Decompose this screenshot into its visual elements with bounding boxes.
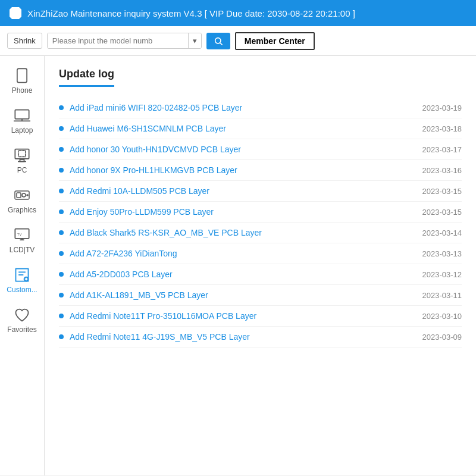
sidebar-item-laptop[interactable]: Laptop [0, 102, 44, 139]
log-date: 2023-03-15 [422, 187, 462, 196]
update-log-title: Update log [59, 68, 114, 87]
app-icon [10, 7, 21, 19]
svg-point-12 [22, 193, 26, 197]
app-title: XinZhiZao Maintenance inquiry system V4.… [27, 8, 355, 18]
log-item: Add Redmi 10A-LLDM505 PCB Layer 2023-03-… [59, 181, 462, 202]
log-date: 2023-03-14 [422, 228, 462, 237]
svg-rect-2 [17, 68, 27, 82]
title-bar: XinZhiZao Maintenance inquiry system V4.… [0, 0, 476, 26]
log-date: 2023-03-17 [422, 145, 462, 154]
log-item-left: Add Black Shark5 RS-KSR_AO_MB_VE PCB Lay… [59, 228, 262, 237]
log-link[interactable]: Add honor 9X Pro-HL1HLKMGVB PCB Layer [70, 165, 237, 175]
log-dot [59, 334, 64, 339]
log-item: Add A1K-AL1891_MB_V5 PCB Layer 2023-03-1… [59, 285, 462, 306]
log-date: 2023-03-13 [422, 249, 462, 258]
log-item: Add honor 9X Pro-HL1HLKMGVB PCB Layer 20… [59, 160, 462, 181]
search-bar: Shrink ▾ Member Center [0, 26, 476, 56]
svg-point-13 [27, 195, 28, 196]
log-item-left: Add iPad mini6 WIFI 820-02482-05 PCB Lay… [59, 103, 242, 112]
custom-icon [11, 266, 33, 284]
log-dot [59, 230, 64, 235]
log-link[interactable]: Add Redmi 10A-LLDM505 PCB Layer [70, 186, 209, 196]
lcdtv-icon: TV [11, 226, 33, 244]
search-input[interactable] [48, 33, 188, 48]
search-dropdown-button[interactable]: ▾ [188, 33, 201, 48]
log-link[interactable]: Add Enjoy 50Pro-LLDM599 PCB Layer [70, 207, 214, 217]
log-item-left: Add Enjoy 50Pro-LLDM599 PCB Layer [59, 207, 214, 217]
log-item-left: Add Redmi Note11 4G-J19S_MB_V5 PCB Layer [59, 332, 250, 342]
search-input-wrap: ▾ [47, 33, 202, 49]
sidebar-item-laptop-label: Laptop [11, 126, 33, 134]
log-dot [59, 147, 64, 152]
log-item-left: Add Redmi 10A-LLDM505 PCB Layer [59, 186, 209, 196]
log-dot [59, 189, 64, 193]
search-button[interactable] [206, 33, 230, 49]
sidebar-item-graphics-label: Graphics [8, 206, 36, 214]
sidebar-item-favorites[interactable]: Favorites [0, 301, 44, 339]
log-link[interactable]: Add iPad mini6 WIFI 820-02482-05 PCB Lay… [70, 103, 242, 112]
svg-text:TV: TV [17, 233, 22, 236]
log-link[interactable]: Add Redmi Note11 4G-J19S_MB_V5 PCB Layer [70, 332, 250, 342]
sidebar-item-phone[interactable]: Phone [0, 62, 44, 99]
shrink-button[interactable]: Shrink [7, 33, 42, 49]
update-log-list: Add iPad mini6 WIFI 820-02482-05 PCB Lay… [59, 98, 462, 347]
sidebar-item-lcdtv[interactable]: TV LCD|TV [0, 221, 44, 259]
log-link[interactable]: Add honor 30 Youth-HN1DVCMVD PCB Layer [70, 145, 241, 154]
sidebar-item-custom[interactable]: Custom... [0, 261, 44, 299]
log-date: 2023-03-12 [422, 270, 462, 279]
log-item-left: Add Huawei M6-SH1SCMNLM PCB Layer [59, 124, 226, 133]
log-date: 2023-03-11 [422, 291, 462, 300]
log-item-left: Add honor 30 Youth-HN1DVCMVD PCB Layer [59, 145, 241, 154]
svg-rect-7 [18, 151, 26, 157]
content-area: Update log Add iPad mini6 WIFI 820-02482… [45, 56, 476, 475]
log-dot [59, 168, 64, 173]
log-item: Add A72-2FA236 YiDianTong 2023-03-13 [59, 243, 462, 264]
log-dot [59, 126, 64, 131]
log-date: 2023-03-16 [422, 166, 462, 175]
log-link[interactable]: Add Black Shark5 RS-KSR_AO_MB_VE PCB Lay… [70, 228, 262, 237]
log-item-left: Add honor 9X Pro-HL1HLKMGVB PCB Layer [59, 165, 237, 175]
sidebar-item-graphics[interactable]: Graphics [0, 181, 44, 219]
member-center-button[interactable]: Member Center [235, 32, 315, 50]
log-item: Add A5-2DD003 PCB Layer 2023-03-12 [59, 264, 462, 285]
log-date: 2023-03-18 [422, 124, 462, 133]
log-item: Add honor 30 Youth-HN1DVCMVD PCB Layer 2… [59, 139, 462, 160]
log-item: Add Black Shark5 RS-KSR_AO_MB_VE PCB Lay… [59, 223, 462, 243]
sidebar-item-pc[interactable]: PC [0, 142, 44, 179]
log-dot [59, 251, 64, 256]
svg-rect-4 [15, 110, 29, 119]
log-item-left: Add A1K-AL1891_MB_V5 PCB Layer [59, 290, 208, 300]
log-date: 2023-03-09 [422, 333, 462, 342]
log-date: 2023-03-19 [422, 104, 462, 112]
log-link[interactable]: Add A5-2DD003 PCB Layer [70, 270, 173, 279]
graphics-icon [11, 186, 33, 204]
log-date: 2023-03-10 [422, 312, 462, 321]
log-item-left: Add A5-2DD003 PCB Layer [59, 270, 173, 279]
favorites-icon [11, 306, 33, 324]
log-item: Add Huawei M6-SH1SCMNLM PCB Layer 2023-0… [59, 118, 462, 139]
sidebar-item-lcdtv-label: LCD|TV [10, 246, 35, 254]
sidebar-item-phone-label: Phone [12, 86, 33, 95]
sidebar-item-custom-label: Custom... [7, 286, 37, 294]
search-icon [214, 36, 223, 46]
log-item: Add Redmi Note11 4G-J19S_MB_V5 PCB Layer… [59, 327, 462, 347]
log-item: Add iPad mini6 WIFI 820-02482-05 PCB Lay… [59, 98, 462, 118]
log-link[interactable]: Add Huawei M6-SH1SCMNLM PCB Layer [70, 124, 226, 133]
log-item-left: Add A72-2FA236 YiDianTong [59, 249, 177, 258]
sidebar: Phone Laptop PC [0, 56, 45, 475]
log-link[interactable]: Add Redmi Note11T Pro-3510L16MOA PCB Lay… [70, 311, 256, 321]
log-dot [59, 209, 64, 214]
laptop-icon [11, 107, 33, 124]
svg-line-1 [220, 43, 223, 45]
sidebar-item-pc-label: PC [17, 166, 27, 174]
sidebar-item-favorites-label: Favorites [7, 325, 36, 334]
log-link[interactable]: Add A72-2FA236 YiDianTong [70, 249, 177, 258]
phone-icon [11, 67, 33, 84]
log-item-left: Add Redmi Note11T Pro-3510L16MOA PCB Lay… [59, 311, 256, 321]
log-item: Add Redmi Note11T Pro-3510L16MOA PCB Lay… [59, 306, 462, 327]
main-layout: Phone Laptop PC [0, 56, 476, 475]
svg-rect-11 [17, 193, 21, 198]
log-dot [59, 272, 64, 277]
log-link[interactable]: Add A1K-AL1891_MB_V5 PCB Layer [70, 290, 208, 300]
log-date: 2023-03-15 [422, 208, 462, 217]
